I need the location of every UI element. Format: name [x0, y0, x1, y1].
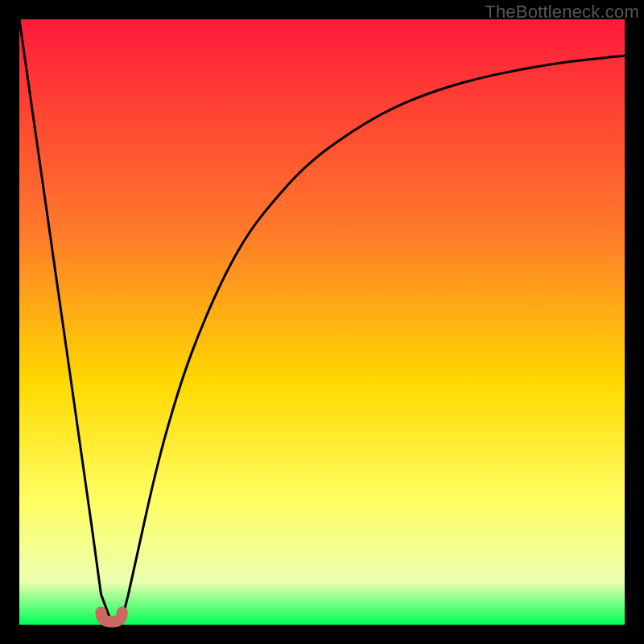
plot-area [19, 19, 625, 625]
minimum-marker [101, 613, 122, 622]
watermark-text: TheBottleneck.com [485, 2, 639, 23]
bottleneck-curve [19, 19, 625, 619]
curve-layer [19, 19, 625, 625]
